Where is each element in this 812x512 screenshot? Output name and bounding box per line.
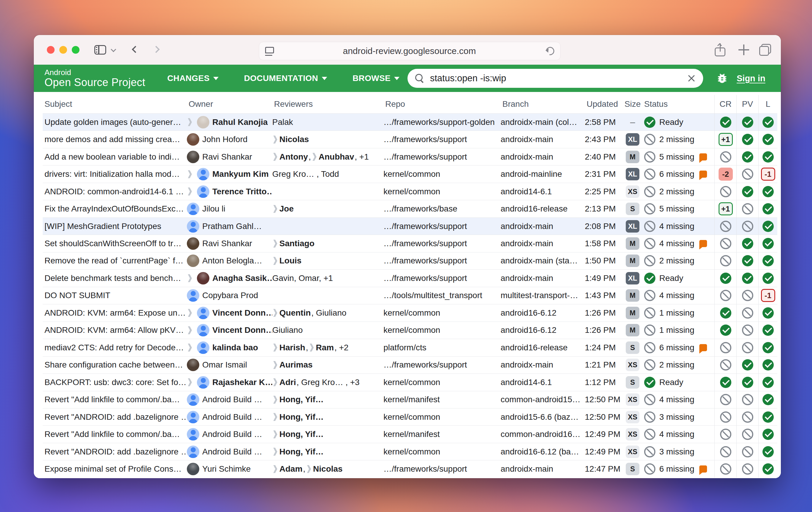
- table-row[interactable]: Remove the read of `currentPage` f…Anton…: [43, 252, 777, 269]
- close-window-button[interactable]: [47, 46, 55, 54]
- branch-cell[interactable]: common-android16…: [501, 426, 585, 443]
- table-row[interactable]: BACKPORT: usb: dwc3: core: Set fo…Rajash…: [43, 373, 777, 391]
- reviewer-name[interactable]: Nicolas: [313, 464, 343, 474]
- reader-view-icon[interactable]: [265, 46, 273, 56]
- branch-cell[interactable]: android16-release: [501, 339, 585, 356]
- branch-cell[interactable]: android14-6.1: [501, 183, 585, 200]
- repo-cell[interactable]: kernel/common: [383, 408, 501, 425]
- reviewer-name[interactable]: Louis: [279, 256, 301, 265]
- col-reviewers[interactable]: Reviewers: [272, 99, 383, 109]
- col-subject[interactable]: Subject: [43, 99, 187, 109]
- table-row[interactable]: ANDROID: KVM: arm64: Expose un…Vincent D…: [43, 304, 777, 321]
- reviewer-name[interactable]: Adam: [279, 464, 302, 474]
- table-row[interactable]: drivers: virt: Initialization halla mod……: [43, 165, 777, 182]
- table-row[interactable]: Revert "ANDROID: add .bazelignore …Andro…: [43, 443, 777, 460]
- reviewer-name[interactable]: Santiago: [279, 239, 314, 248]
- owner-name[interactable]: Rajashekar K…: [212, 378, 272, 387]
- repo-cell[interactable]: …/frameworks/support: [383, 218, 501, 235]
- sign-in-link[interactable]: Sign in: [737, 74, 765, 83]
- reviewer-name[interactable]: Anubhav: [319, 152, 354, 162]
- owner-name[interactable]: Omar Ismail: [202, 360, 247, 370]
- branch-cell[interactable]: multitest-transport-…: [501, 287, 585, 304]
- col-size[interactable]: Size: [624, 99, 642, 109]
- reviewer-name[interactable]: Hong, Yif…: [279, 412, 324, 422]
- owner-name[interactable]: Ravi Shankar: [202, 152, 252, 162]
- table-row[interactable]: Fix the ArrayIndexOutOfBoundsExc…Jilou l…: [43, 200, 777, 217]
- owner-name[interactable]: Terence Tritto…: [212, 187, 272, 196]
- repo-cell[interactable]: kernel/common: [383, 322, 501, 339]
- branch-cell[interactable]: androidx-main: [501, 148, 585, 165]
- owner-name[interactable]: Jilou li: [202, 204, 225, 214]
- menu-changes[interactable]: CHANGES: [167, 74, 219, 83]
- menu-browse[interactable]: BROWSE: [353, 74, 400, 83]
- table-row[interactable]: Revert "Add linkfile to common/.ba…Andro…: [43, 391, 777, 408]
- table-row[interactable]: Set shouldScanWithScreenOff to tr…Ravi S…: [43, 235, 777, 252]
- branch-cell[interactable]: android16-release: [501, 200, 585, 217]
- search-input[interactable]: [430, 73, 687, 84]
- forward-button[interactable]: [152, 46, 160, 53]
- share-icon[interactable]: [715, 43, 725, 56]
- table-row[interactable]: mediav2 CTS: Add retry for Decode…kalind…: [43, 339, 777, 356]
- reviewer-name[interactable]: , +1: [355, 152, 369, 162]
- reviewer-name[interactable]: ,: [309, 152, 311, 162]
- table-row[interactable]: Delete benchmark tests and bench…Anagha …: [43, 269, 777, 287]
- branch-cell[interactable]: android16-6.12 (ba…: [501, 443, 585, 460]
- repo-cell[interactable]: …/frameworks/support: [383, 460, 501, 477]
- reviewer-name[interactable]: Adri: [279, 378, 296, 387]
- table-row[interactable]: ANDROID: KVM: arm64: Allow pKV…Vincent D…: [43, 321, 777, 339]
- repo-cell[interactable]: …/frameworks/support: [383, 252, 501, 269]
- back-button[interactable]: [132, 46, 139, 53]
- table-row[interactable]: DO NOT SUBMITCopybara Prod…/tools/multit…: [43, 287, 777, 304]
- minimize-window-button[interactable]: [59, 46, 67, 54]
- reviewer-name[interactable]: Hong, Yif…: [279, 395, 324, 404]
- menu-documentation[interactable]: DOCUMENTATION: [244, 74, 327, 83]
- branch-cell[interactable]: android16-6.12: [501, 304, 585, 321]
- zoom-window-button[interactable]: [72, 46, 80, 54]
- reviewer-name[interactable]: Greg Kro… , Todd: [272, 169, 339, 179]
- table-row[interactable]: Share configuration cache between…Omar I…: [43, 356, 777, 373]
- repo-cell[interactable]: …/tools/multitest_transport: [383, 287, 501, 304]
- reviewer-name[interactable]: , Giuliano: [311, 308, 346, 318]
- owner-name[interactable]: Android Build …: [202, 395, 262, 404]
- repo-cell[interactable]: …/frameworks/support: [383, 269, 501, 287]
- reviewer-name[interactable]: Hong, Yif…: [279, 447, 324, 457]
- branch-cell[interactable]: android14-6.1: [501, 374, 585, 391]
- col-cr[interactable]: CR: [715, 95, 736, 113]
- table-row[interactable]: Revert "ANDROID: add .bazelignore …Andro…: [43, 408, 777, 425]
- branch-cell[interactable]: androidx-main: [501, 218, 585, 235]
- owner-name[interactable]: Ravi Shankar: [202, 239, 252, 248]
- owner-name[interactable]: John Hoford: [202, 135, 248, 144]
- reviewer-name[interactable]: Aurimas: [279, 360, 313, 370]
- col-pv[interactable]: PV: [736, 95, 758, 113]
- repo-cell[interactable]: kernel/common: [383, 443, 501, 460]
- reviewer-name[interactable]: Joe: [279, 204, 294, 214]
- owner-name[interactable]: Yuri Schimke: [202, 464, 251, 474]
- branch-cell[interactable]: androidx-main: [501, 460, 585, 477]
- col-owner[interactable]: Owner: [187, 99, 272, 109]
- repo-cell[interactable]: …/frameworks/support: [383, 235, 501, 252]
- clear-search-icon[interactable]: [687, 74, 695, 82]
- owner-name[interactable]: Anagha Sasik…: [212, 274, 272, 283]
- branch-cell[interactable]: androidx-main: [501, 269, 585, 287]
- reviewer-name[interactable]: Ram: [316, 343, 334, 352]
- reviewer-name[interactable]: Antony: [279, 152, 308, 162]
- owner-name[interactable]: Vincent Donn…: [212, 325, 272, 335]
- col-l[interactable]: L: [758, 95, 777, 113]
- branch-cell[interactable]: androidx-main (sta…: [501, 252, 585, 269]
- owner-name[interactable]: Pratham Gahl…: [202, 222, 262, 231]
- owner-name[interactable]: Android Build …: [202, 412, 262, 422]
- tab-overview-icon[interactable]: [759, 44, 771, 56]
- reviewer-name[interactable]: Nicolas: [279, 135, 309, 144]
- reviewer-name[interactable]: , Greg Kro… , +3: [296, 378, 359, 387]
- owner-name[interactable]: Mankyum Kim: [212, 169, 269, 179]
- reviewer-name[interactable]: Quentin: [279, 308, 311, 318]
- repo-cell[interactable]: kernel/common: [383, 304, 501, 321]
- repo-cell[interactable]: kernel/common: [383, 374, 501, 391]
- branch-cell[interactable]: androidx-main (col…: [501, 114, 585, 131]
- repo-cell[interactable]: …/frameworks/support: [383, 357, 501, 373]
- site-logo[interactable]: Android Open Source Project: [45, 68, 145, 88]
- owner-name[interactable]: Copybara Prod: [202, 291, 258, 300]
- reviewer-name[interactable]: Giuliano: [272, 325, 303, 335]
- owner-name[interactable]: Anton Belogla…: [202, 256, 262, 265]
- col-status[interactable]: Status: [642, 99, 715, 109]
